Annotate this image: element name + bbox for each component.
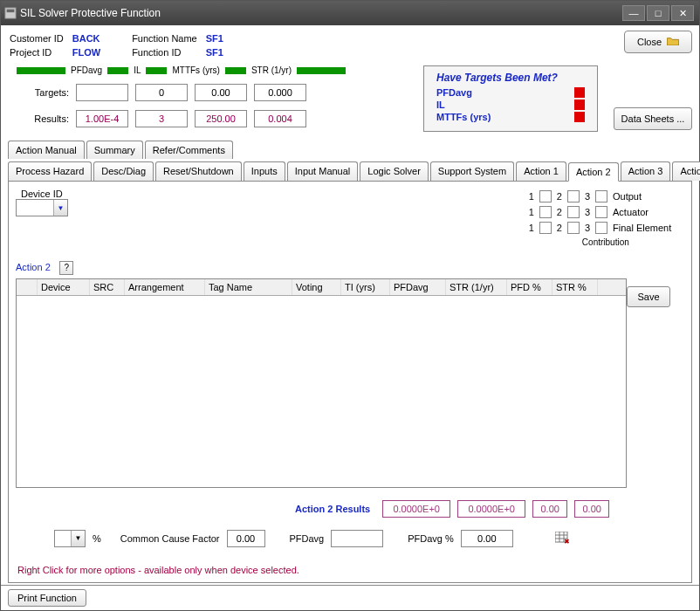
device-grid[interactable]: Device SRC Arrangement Tag Name Voting T… (16, 278, 627, 488)
function-info: Customer ID BACK Function Name SF1 Proje… (8, 31, 232, 60)
actuator-3-check[interactable] (595, 206, 607, 218)
minimize-button[interactable]: — (622, 5, 645, 21)
bar-str (297, 67, 346, 74)
project-id-label: Project ID (10, 46, 71, 58)
window-title: SIL Solver Protective Function (20, 7, 161, 19)
status-bars: PFDavg IL MTTFs (yrs) STR (1/yr) (17, 65, 423, 75)
have-targets-box: Have Targets Been Met? PFDavg IL MTTFs (… (423, 65, 598, 132)
function-name-label: Function Name (132, 32, 204, 45)
status-pfdavg (574, 87, 585, 98)
context-note: Right Click for more options - available… (17, 565, 684, 575)
tab-action1[interactable]: Action 1 (516, 161, 566, 181)
close-button[interactable]: Close (624, 31, 692, 53)
print-function-button[interactable]: Print Function (8, 589, 86, 607)
actuator-1-check[interactable] (539, 206, 552, 218)
contribution-label: Contribution (529, 237, 683, 247)
tab-process-hazard[interactable]: Process Hazard (8, 161, 92, 181)
function-name-value: SF1 (206, 32, 230, 45)
bar-pfdavg (17, 67, 65, 74)
close-window-button[interactable]: ✕ (671, 5, 694, 21)
pfdavg-pct-value[interactable] (461, 530, 513, 547)
action-2-label: Action 2 (16, 262, 51, 272)
bar-il (107, 67, 128, 74)
titlebar: SIL Solver Protective Function — □ ✕ (1, 1, 699, 25)
action2-result-1 (382, 500, 450, 518)
result-mttfs[interactable] (195, 110, 247, 127)
target-pfdavg[interactable] (76, 84, 128, 101)
final-3-check[interactable] (595, 222, 607, 234)
result-pfdavg[interactable] (76, 110, 128, 127)
pfdavg-value[interactable] (331, 530, 383, 547)
status-il (574, 100, 585, 110)
tab-action3[interactable]: Action 3 (621, 161, 671, 181)
target-str[interactable] (254, 84, 306, 101)
bar-mttfs-l (146, 67, 167, 74)
tab-logic-solver[interactable]: Logic Solver (360, 161, 429, 181)
tab-action-manual[interactable]: Action Manual (8, 141, 85, 159)
final-1-check[interactable] (539, 222, 552, 234)
function-id-label: Function ID (132, 46, 204, 58)
results-label: Results: (25, 113, 69, 124)
data-sheets-button[interactable]: Data Sheets ... (614, 107, 692, 130)
tab-reset-shutdown[interactable]: Reset/Shutdown (155, 161, 242, 181)
tab-inputs[interactable]: Inputs (244, 161, 285, 181)
app-icon (4, 7, 20, 20)
tab-action4[interactable]: Action 4 (672, 161, 700, 181)
action2-result-2 (457, 500, 525, 518)
actuator-2-check[interactable] (567, 206, 580, 218)
output-3-check[interactable] (595, 190, 607, 203)
target-mttfs[interactable] (195, 84, 247, 101)
svg-text:✖: ✖ (564, 538, 569, 544)
bar-mttfs-r (225, 67, 246, 74)
tab-input-manual[interactable]: Input Manual (287, 161, 359, 181)
action2-result-3 (532, 500, 567, 518)
ccf-value[interactable] (227, 530, 265, 547)
tab-summary[interactable]: Summary (86, 141, 143, 159)
customer-id-value: BACK (72, 32, 107, 45)
status-mttfs (574, 112, 585, 122)
tab-panel: Device ID ▼ 1 2 3 Output 1 2 3 (8, 181, 692, 583)
project-id-value: FLOW (72, 46, 107, 58)
device-id-dropdown[interactable]: ▼ (16, 199, 68, 216)
chevron-down-icon: ▼ (71, 531, 85, 546)
targets-label: Targets: (25, 87, 69, 98)
tab-desc-diag[interactable]: Desc/Diag (93, 161, 154, 181)
action2-result-4 (574, 500, 609, 518)
help-button[interactable]: ? (59, 261, 73, 275)
chevron-down-icon: ▼ (53, 200, 67, 216)
pfdavg-label: PFDavg (290, 533, 325, 544)
tab-action2[interactable]: Action 2 (568, 162, 619, 182)
tab-support-system[interactable]: Support System (430, 161, 514, 181)
action2-results-label: Action 2 Results (295, 504, 370, 514)
customer-id-label: Customer ID (10, 32, 71, 45)
function-id-value: SF1 (206, 46, 230, 58)
folder-icon (667, 37, 679, 47)
maximize-button[interactable]: □ (647, 5, 669, 21)
pfdavg-pct-label: PFDavg % (408, 533, 454, 544)
voting-grid: 1 2 3 Output 1 2 3 Actuator 1 2 3 (529, 187, 683, 247)
tab-refer-comments[interactable]: Refer/Comments (145, 141, 233, 159)
ccf-dropdown[interactable]: ▼ (54, 530, 86, 547)
have-targets-title: Have Targets Been Met? (436, 72, 585, 84)
ccf-label: Common Cause Factor (120, 533, 220, 544)
result-str[interactable] (254, 110, 306, 127)
final-2-check[interactable] (567, 222, 580, 234)
save-button[interactable]: Save (627, 286, 670, 307)
output-2-check[interactable] (567, 190, 580, 203)
grid-header: Device SRC Arrangement Tag Name Voting T… (17, 279, 626, 296)
result-il[interactable] (135, 110, 188, 127)
svg-rect-1 (7, 10, 15, 13)
output-1-check[interactable] (539, 190, 552, 203)
grid-icon[interactable]: ✖ (555, 532, 569, 546)
target-il[interactable] (135, 84, 188, 101)
